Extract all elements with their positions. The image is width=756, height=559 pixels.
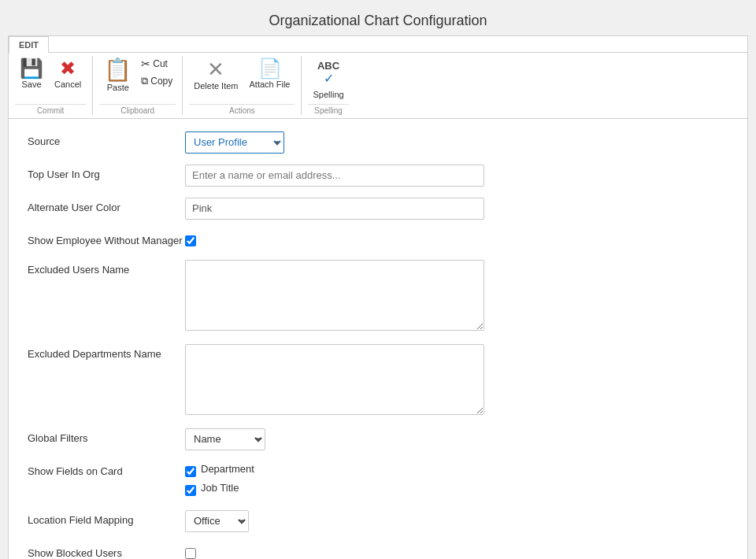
excluded-depts-textarea[interactable] [185, 344, 484, 415]
excluded-depts-row: Excluded Departments Name [28, 344, 728, 417]
excluded-users-textarea[interactable] [185, 260, 484, 331]
spelling-button[interactable]: ABC ✓ Spelling [308, 56, 348, 102]
clipboard-small-group: ✂ Cut ⧉ Copy [138, 56, 176, 89]
ribbon-container: EDIT 💾 Save ✖ Cancel Commit 📋 Pas [8, 35, 748, 119]
job-title-checkbox-label: Job Title [201, 482, 239, 494]
copy-button[interactable]: ⧉ Copy [138, 73, 176, 89]
location-label: Location Field Mapping [28, 510, 185, 526]
source-control: User Profile Active Directory Custom [185, 131, 728, 154]
cancel-label: Cancel [54, 80, 81, 89]
location-control: Office City Country Building [185, 510, 728, 532]
source-select-wrapper: User Profile Active Directory Custom [185, 131, 284, 154]
cancel-button[interactable]: ✖ Cancel [50, 56, 86, 92]
delete-item-button[interactable]: ✕ Delete Item [189, 56, 243, 94]
ribbon-group-clipboard: 📋 Paste ✂ Cut ⧉ Copy Clipboard [93, 56, 183, 115]
show-employee-row: Show Employee Without Manager [28, 231, 728, 249]
global-filters-control: Name Department Job Title Email [185, 428, 728, 450]
copy-label: Copy [150, 76, 172, 87]
show-blocked-row: Show Blocked Users [28, 543, 728, 559]
spelling-icon: ABC ✓ [317, 59, 339, 88]
delete-item-label: Delete Item [194, 81, 238, 91]
save-icon: 💾 [20, 59, 43, 78]
source-select[interactable]: User Profile Active Directory Custom [185, 131, 284, 154]
ribbon-group-commit: 💾 Save ✖ Cancel Commit [9, 56, 93, 115]
alt-color-control [185, 198, 728, 220]
paste-icon: 📋 [104, 59, 132, 81]
job-title-checkbox-row: Job Title [185, 480, 728, 496]
excluded-users-label: Excluded Users Name [28, 260, 185, 276]
source-label: Source [28, 131, 185, 147]
global-filters-label: Global Filters [28, 428, 185, 444]
dept-checkbox-row: Department [185, 461, 728, 477]
ribbon-group-spelling-buttons: ABC ✓ Spelling [308, 56, 348, 102]
save-button[interactable]: 💾 Save [15, 56, 48, 92]
top-user-control [185, 165, 728, 187]
excluded-users-row: Excluded Users Name [28, 260, 728, 333]
show-employee-label: Show Employee Without Manager [28, 231, 185, 246]
clipboard-group-label: Clipboard [99, 104, 176, 115]
save-label: Save [21, 80, 41, 89]
cut-label: Cut [153, 58, 168, 69]
actions-group-label: Actions [189, 104, 295, 115]
ribbon-group-actions: ✕ Delete Item 📄 Attach File Actions [183, 56, 302, 115]
global-filters-select-wrapper: Name Department Job Title Email [185, 428, 265, 450]
location-select[interactable]: Office City Country Building [185, 510, 249, 532]
source-row: Source User Profile Active Directory Cus… [28, 131, 728, 154]
show-fields-label: Show Fields on Card [28, 461, 185, 477]
show-fields-control: Department Job Title [185, 461, 728, 499]
job-title-checkbox[interactable] [185, 485, 196, 496]
ribbon-tab-edit[interactable]: EDIT [9, 36, 49, 53]
commit-group-label: Commit [15, 104, 86, 115]
dept-checkbox[interactable] [185, 466, 196, 477]
spelling-label: Spelling [313, 90, 343, 99]
attach-file-label: Attach File [250, 80, 291, 89]
cut-button[interactable]: ✂ Cut [138, 56, 176, 72]
paste-label: Paste [107, 83, 129, 92]
global-filters-row: Global Filters Name Department Job Title… [28, 428, 728, 450]
ribbon-tabs: EDIT [9, 36, 747, 53]
ribbon-group-clipboard-buttons: 📋 Paste ✂ Cut ⧉ Copy [99, 56, 176, 102]
location-select-wrapper: Office City Country Building [185, 510, 249, 532]
show-fields-row: Show Fields on Card Department Job Title [28, 461, 728, 499]
location-row: Location Field Mapping Office City Count… [28, 510, 728, 532]
show-employee-checkbox[interactable] [185, 235, 196, 246]
show-blocked-control [185, 543, 728, 559]
top-user-label: Top User In Org [28, 165, 185, 180]
excluded-users-control [185, 260, 728, 333]
show-employee-control [185, 231, 728, 249]
excluded-depts-label: Excluded Departments Name [28, 344, 185, 360]
top-user-input[interactable] [185, 165, 484, 187]
alt-color-row: Alternate User Color [28, 198, 728, 220]
show-blocked-label: Show Blocked Users [28, 543, 185, 559]
attach-file-button[interactable]: 📄 Attach File [245, 56, 295, 92]
ribbon-body: 💾 Save ✖ Cancel Commit 📋 Paste ✂ [9, 53, 747, 118]
delete-icon: ✕ [207, 59, 224, 80]
global-filters-select[interactable]: Name Department Job Title Email [185, 428, 265, 450]
spelling-group-label: Spelling [308, 104, 348, 115]
alt-color-input[interactable] [185, 198, 484, 220]
cancel-icon: ✖ [60, 59, 76, 78]
attach-icon: 📄 [258, 59, 282, 78]
form-area: Source User Profile Active Directory Cus… [8, 119, 748, 559]
show-blocked-checkbox[interactable] [185, 548, 196, 559]
copy-icon: ⧉ [141, 75, 148, 87]
ribbon-group-actions-buttons: ✕ Delete Item 📄 Attach File [189, 56, 295, 102]
excluded-depts-control [185, 344, 728, 417]
cut-icon: ✂ [141, 57, 150, 70]
ribbon-group-commit-buttons: 💾 Save ✖ Cancel [15, 56, 86, 102]
paste-button[interactable]: 📋 Paste [99, 56, 136, 95]
top-user-row: Top User In Org [28, 165, 728, 187]
ribbon-group-spelling: ABC ✓ Spelling Spelling [302, 56, 354, 115]
alt-color-label: Alternate User Color [28, 198, 185, 213]
page-title: Organizational Chart Configuration [0, 0, 756, 35]
dept-checkbox-label: Department [201, 463, 254, 475]
